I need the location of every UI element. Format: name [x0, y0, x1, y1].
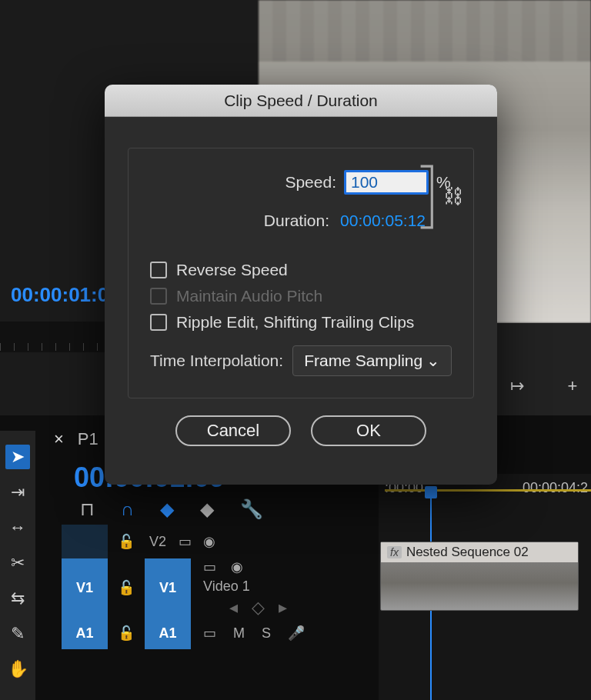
- v1-source-patch[interactable]: V1: [62, 558, 108, 617]
- razor-tool[interactable]: ✂: [5, 551, 30, 575]
- v2-label: V2: [145, 534, 166, 550]
- link-bracket: [419, 165, 436, 229]
- eye-icon[interactable]: ◉: [231, 558, 243, 575]
- lock-icon[interactable]: 🔓: [115, 625, 137, 642]
- film-icon[interactable]: ▭: [203, 625, 216, 642]
- source-timecode[interactable]: 00:00:01:0: [11, 283, 109, 307]
- clip-name: Nested Sequence 02: [406, 545, 529, 560]
- time-interpolation-label: Time Interpolation:: [150, 352, 283, 370]
- pen-tool[interactable]: ✎: [5, 622, 30, 646]
- dialog-title: Clip Speed / Duration: [105, 85, 497, 117]
- v1-target[interactable]: V1: [145, 558, 191, 617]
- film-icon[interactable]: ▭: [199, 558, 220, 575]
- mark-in-icon[interactable]: ↦: [505, 374, 529, 398]
- lock-icon[interactable]: 🔓: [115, 533, 137, 550]
- hand-tool[interactable]: ✋: [5, 657, 30, 682]
- maintain-pitch-checkbox: Maintain Audio Pitch: [150, 287, 452, 305]
- playhead[interactable]: [425, 486, 437, 498]
- duration-value[interactable]: 00:00:05:12: [337, 210, 429, 232]
- maintain-pitch-label: Maintain Audio Pitch: [176, 287, 322, 305]
- tool-panel: ➤ ⇥ ↔ ✂ ⇆ ✎ ✋: [0, 431, 35, 700]
- timeline-toolbar: ⊓ ∩ ◆ ◆ 🔧: [80, 498, 263, 520]
- a1-source-patch[interactable]: A1: [62, 617, 108, 649]
- reverse-speed-checkbox[interactable]: Reverse Speed: [150, 261, 452, 279]
- selection-tool[interactable]: ➤: [5, 445, 30, 469]
- voiceover-icon[interactable]: 🎤: [288, 625, 305, 642]
- speed-input[interactable]: [344, 170, 429, 195]
- duration-label: Duration:: [260, 212, 329, 230]
- cancel-button[interactable]: Cancel: [175, 415, 291, 446]
- add-key-icon[interactable]: ◇: [252, 598, 265, 618]
- settings-icon[interactable]: 🔧: [240, 498, 263, 520]
- markers-icon[interactable]: ◆: [200, 498, 214, 520]
- ripple-edit-label: Ripple Edit, Shifting Trailing Clips: [176, 313, 414, 332]
- close-icon[interactable]: ×: [54, 429, 64, 449]
- film-icon[interactable]: ▭: [174, 533, 195, 550]
- track-headers: 🔓 V2 ▭ ◉ V1 🔓 V1 ▭ ◉ Video 1 ◂ ◇ ▸: [62, 525, 369, 649]
- v2-source[interactable]: [62, 525, 108, 558]
- ok-button[interactable]: OK: [311, 415, 426, 446]
- track-select-tool[interactable]: ⇥: [5, 480, 30, 505]
- snap-icon[interactable]: ∩: [121, 498, 134, 520]
- lock-icon[interactable]: 🔓: [115, 579, 137, 596]
- reverse-speed-label: Reverse Speed: [176, 261, 288, 279]
- time-interpolation-value: Frame Sampling: [304, 352, 422, 370]
- mute-button[interactable]: M: [233, 625, 245, 642]
- linked-selection-icon[interactable]: ◆: [160, 498, 174, 520]
- nest-icon[interactable]: ⊓: [80, 498, 95, 520]
- a1-target[interactable]: A1: [145, 617, 191, 649]
- time-interpolation-select[interactable]: Frame Sampling ⌄: [292, 345, 452, 376]
- timeline-clip[interactable]: fx Nested Sequence 02: [380, 542, 579, 611]
- ruler-mark: 00:00:04:2: [523, 480, 588, 496]
- add-marker-icon[interactable]: +: [560, 374, 585, 398]
- next-key-icon[interactable]: ▸: [279, 598, 287, 618]
- slip-tool[interactable]: ⇆: [5, 586, 30, 611]
- chevron-down-icon: ⌄: [426, 352, 440, 370]
- eye-icon[interactable]: ◉: [203, 533, 215, 550]
- v1-label: Video 1: [199, 578, 287, 595]
- clip-speed-dialog: Clip Speed / Duration Speed: % Duration:…: [105, 85, 497, 485]
- ripple-edit-checkbox[interactable]: Ripple Edit, Shifting Trailing Clips: [150, 313, 452, 332]
- link-icon[interactable]: ⛓: [443, 185, 463, 208]
- work-area-bar[interactable]: [385, 489, 591, 492]
- prev-key-icon[interactable]: ◂: [229, 598, 238, 618]
- sequence-tab[interactable]: × P1: [54, 429, 98, 449]
- sequence-name: P1: [78, 429, 98, 449]
- ripple-edit-tool[interactable]: ↔: [5, 515, 30, 540]
- fx-badge[interactable]: fx: [387, 546, 402, 558]
- solo-button[interactable]: S: [262, 625, 271, 642]
- timeline-canvas[interactable]: :00:00 00:00:04:2 fx Nested Sequence 02: [379, 474, 591, 700]
- speed-label: Speed:: [267, 173, 336, 192]
